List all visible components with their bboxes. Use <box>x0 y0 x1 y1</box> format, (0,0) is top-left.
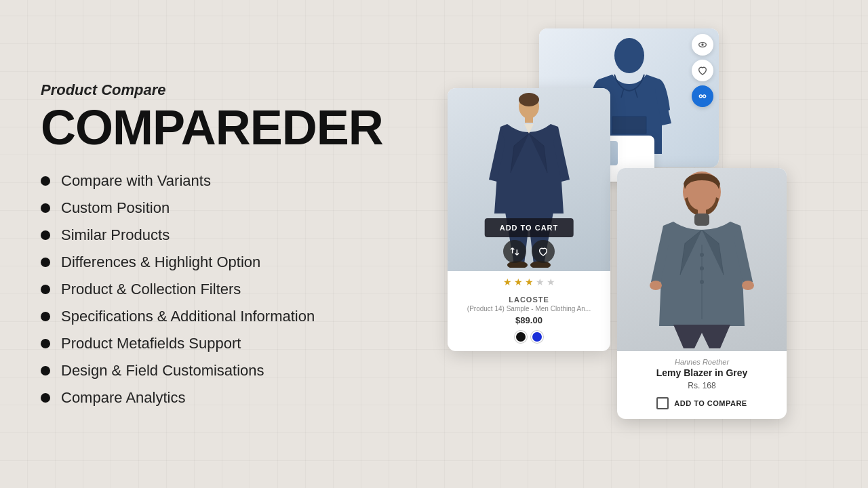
svg-point-6 <box>703 95 706 98</box>
blazer-price: Rs. 168 <box>627 381 777 390</box>
add-to-cart-button[interactable]: ADD TO CART <box>485 218 574 237</box>
feature-bullet-7 <box>41 366 50 375</box>
blazer-product-name: Lemy Blazer in Grey <box>627 367 777 378</box>
feature-item-compare-variants: Compare with Variants <box>41 172 393 190</box>
feature-item-specifications-additional: Specifications & Additional Information <box>41 308 393 325</box>
star-3: ★ <box>525 277 534 287</box>
subtitle: Product Compare <box>41 81 393 99</box>
feature-bullet-0 <box>41 176 50 186</box>
wishlist-icon-button[interactable] <box>692 60 713 81</box>
svg-point-18 <box>700 266 704 270</box>
compare-icon-button[interactable] <box>692 85 713 107</box>
feature-item-similar-products: Similar Products <box>41 226 393 244</box>
feature-item-product-metafields: Product Metafields Support <box>41 335 393 352</box>
add-compare-row: ADD TO COMPARE <box>627 397 777 409</box>
card-main-info: LACOSTE (Product 14) Sample - Men Clothi… <box>448 290 610 351</box>
feature-bullet-4 <box>41 285 50 294</box>
left-panel: Product Compare COMPAREDER Compare with … <box>0 0 434 488</box>
svg-point-5 <box>699 95 702 98</box>
card-overlay-icons <box>503 240 555 263</box>
heart-icon <box>538 246 549 257</box>
star-4: ★ <box>536 277 545 287</box>
blazer-designer: Hannes Roether <box>627 358 777 366</box>
feature-bullet-5 <box>41 312 50 321</box>
swap-icon-button[interactable] <box>503 240 526 263</box>
back-card-icons <box>692 34 713 107</box>
product-card-blazer: Hannes Roether Lemy Blazer in Grey Rs. 1… <box>617 168 787 419</box>
feature-bullet-8 <box>41 393 50 403</box>
feature-label-design-field: Design & Field Customisations <box>61 362 264 380</box>
feature-item-compare-analytics: Compare Analytics <box>41 389 393 407</box>
feature-label-specifications-additional: Specifications & Additional Information <box>61 308 315 325</box>
feature-label-product-collection-filters: Product & Collection Filters <box>61 281 241 298</box>
feature-label-differences-highlight: Differences & Highlight Option <box>61 253 260 271</box>
feature-bullet-2 <box>41 230 50 240</box>
svg-rect-15 <box>694 214 709 226</box>
heart-icon <box>697 65 708 76</box>
blazer-person-svg <box>643 170 762 350</box>
feature-label-similar-products: Similar Products <box>61 226 170 244</box>
svg-point-19 <box>700 280 704 284</box>
lacoste-product-image: ADD TO CART <box>448 88 610 271</box>
feature-item-differences-highlight: Differences & Highlight Option <box>41 253 393 271</box>
svg-rect-10 <box>525 116 533 123</box>
eye-icon <box>697 39 708 50</box>
view-icon-button[interactable] <box>692 34 713 56</box>
svg-point-4 <box>701 43 703 45</box>
star-2: ★ <box>514 277 523 287</box>
svg-point-0 <box>614 38 644 73</box>
compare-checkbox[interactable] <box>656 397 669 409</box>
color-swatches <box>456 331 602 343</box>
swatch-blue[interactable] <box>531 331 543 343</box>
feature-label-compare-analytics: Compare Analytics <box>61 389 185 407</box>
feature-bullet-1 <box>41 203 50 213</box>
compare-icon <box>697 91 708 102</box>
product-stars: ★ ★ ★ ★ ★ <box>448 271 610 290</box>
star-5: ★ <box>547 277 555 287</box>
heart-icon-button[interactable] <box>532 240 555 263</box>
features-list: Compare with VariantsCustom PositionSimi… <box>41 172 393 407</box>
feature-label-product-metafields: Product Metafields Support <box>61 335 241 352</box>
feature-item-product-collection-filters: Product & Collection Filters <box>41 281 393 298</box>
add-compare-label[interactable]: ADD TO COMPARE <box>674 399 747 407</box>
brand-label: LACOSTE <box>456 296 602 304</box>
feature-bullet-6 <box>41 339 50 348</box>
feature-label-compare-variants: Compare with Variants <box>61 172 211 190</box>
svg-point-20 <box>650 281 662 290</box>
product-price: $89.00 <box>456 315 602 325</box>
product-card-main: ADD TO CART ★ ★ ★ ★ ★ <box>448 88 610 351</box>
blazer-card-info: Hannes Roether Lemy Blazer in Grey Rs. 1… <box>617 351 787 419</box>
feature-item-design-field: Design & Field Customisations <box>41 362 393 380</box>
feature-item-custom-position: Custom Position <box>41 199 393 217</box>
feature-label-custom-position: Custom Position <box>61 199 170 217</box>
svg-point-9 <box>519 93 539 106</box>
right-panel: ADD TO CART ★ ★ ★ ★ ★ <box>434 0 868 488</box>
svg-point-21 <box>742 281 754 290</box>
swap-icon <box>509 246 520 257</box>
blazer-product-image <box>617 168 787 351</box>
product-name: (Product 14) Sample - Men Clothing An... <box>456 305 602 312</box>
svg-point-17 <box>700 253 704 257</box>
star-1: ★ <box>503 277 512 287</box>
main-title: COMPAREDER <box>41 103 393 152</box>
swatch-black[interactable] <box>515 331 527 343</box>
feature-bullet-3 <box>41 258 50 267</box>
